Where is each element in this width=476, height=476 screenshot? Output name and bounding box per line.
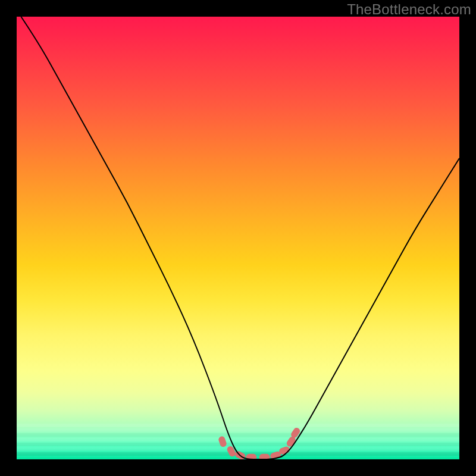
chart-frame: TheBottleneck.com <box>0 0 476 476</box>
plot-area <box>17 17 459 459</box>
bottleneck-curve <box>21 17 459 459</box>
valley-marker <box>259 454 270 459</box>
valley-marker <box>218 436 227 448</box>
valley-markers <box>218 427 301 459</box>
watermark-text: TheBottleneck.com <box>347 1 471 18</box>
valley-marker <box>226 445 237 458</box>
chart-svg <box>17 17 459 459</box>
